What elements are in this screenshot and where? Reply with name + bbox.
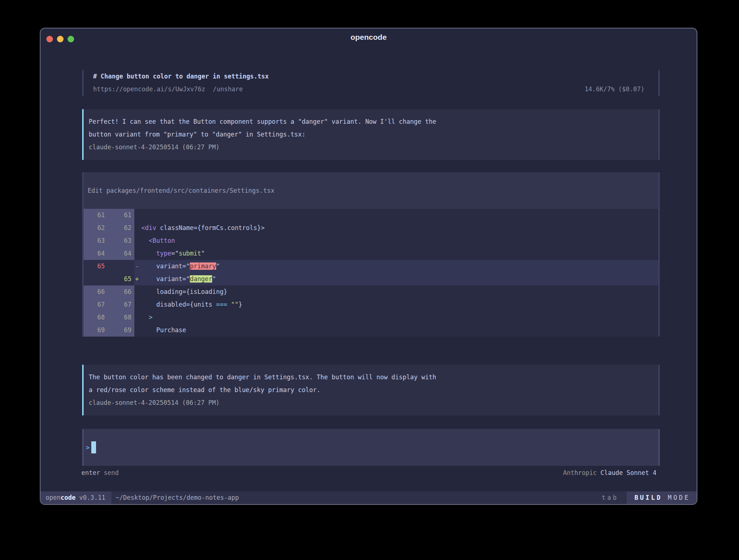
code-line: variant="primary" [141,260,220,273]
diff-row: 6767 disabled={units === ""} [82,298,660,311]
opencode-window: opencode # Change button color to danger… [40,28,697,505]
diff-row-removed: 65 - variant="primary" [82,260,660,273]
title-bar[interactable]: opencode [41,28,697,51]
token-usage-stats: 14.6K/7% ($0.07) [585,83,644,96]
edit-left-border [82,172,84,337]
new-line-number: 67 [105,298,133,311]
diff-row: 6464 type="submit" [82,247,660,260]
old-line-number: 69 [82,324,105,337]
input-left-border [82,429,84,466]
new-line-number: 65 [105,273,133,285]
edit-file-header: Edit packages/frontend/src/containers/Se… [82,172,660,209]
removed-sign: - [135,260,141,273]
mode-segment: BUILD MODE [627,491,697,504]
added-sign: + [135,273,141,285]
message-text-line: Perfect! I can see that the Button compo… [89,115,644,128]
code-line: > [141,311,153,324]
message-text-line: button variant from "primary" to "danger… [89,128,644,141]
new-line-number: 68 [105,311,133,324]
new-line-number: 63 [105,234,133,247]
input-right-border [658,429,660,466]
message-accent-border [82,365,84,415]
removed-value-highlight: primary [190,262,216,270]
code-line: loading={isLoading} [141,285,227,298]
header-right-border [658,70,660,96]
enter-key-hint: enter [81,469,100,476]
code-line: <div className={formCs.controls}> [141,222,265,234]
model-timestamp: claude-sonnet-4-20250514 (06:27 PM) [89,396,644,409]
new-line-number: 69 [105,324,133,337]
new-line-number [105,260,133,273]
version-label: v0.3.11 [79,494,106,501]
old-line-number: 67 [82,298,105,311]
old-line-number: 61 [82,209,105,222]
working-directory: ~/Desktop/Projects/demo-notes-app [116,491,239,504]
diff-row-added: 65 + variant="danger" [82,273,660,285]
new-line-number: 66 [105,285,133,298]
code-line: type="submit" [141,247,205,260]
model-timestamp: claude-sonnet-4-20250514 (06:27 PM) [89,141,644,154]
diff-row: 6161 [82,209,660,222]
edit-file-path: Edit packages/frontend/src/containers/Se… [88,187,275,194]
send-hint: entersend [81,467,119,479]
diff-row: 6262 <div className={formCs.controls}> [82,222,660,234]
new-line-number: 64 [105,247,133,260]
assistant-message: Perfect! I can see that the Button compo… [82,109,660,160]
old-line-number: 63 [82,234,105,247]
code-line: <Button [141,234,175,247]
old-line-number: 62 [82,222,105,234]
app-version-segment: opencodev0.3.11 [41,491,111,504]
tab-key-hint: tab [602,491,619,504]
text-cursor [91,441,96,453]
code-line: variant="danger" [141,273,216,285]
window-title: opencode [41,33,697,42]
header-left-border [82,70,84,96]
prompt-symbol: > [86,444,89,451]
model-indicator: AnthropicClaude Sonnet 4 [563,467,656,479]
old-line-number: 66 [82,285,105,298]
message-accent-border [82,109,84,160]
old-line-number [82,273,105,285]
prompt-input[interactable]: > [82,429,660,466]
assistant-message: The button color has been changed to dan… [82,365,660,415]
code-line: disabled={units === ""} [141,298,242,311]
message-right-border [658,365,660,415]
provider-name: Anthropic [563,469,597,476]
diff-row: 6363 <Button [82,234,660,247]
new-line-number: 62 [105,222,133,234]
old-line-number: 68 [82,311,105,324]
share-header: # Change button color to danger in setti… [82,70,660,96]
old-line-number: 65 [82,260,105,273]
edit-diff-block: Edit packages/frontend/src/containers/Se… [82,172,660,337]
diff-row: 6666 loading={isLoading} [82,285,660,298]
added-value-highlight: danger [190,275,212,283]
hints-row: entersend AnthropicClaude Sonnet 4 [81,467,656,479]
unshare-command[interactable]: /unshare [213,83,243,96]
old-line-number: 64 [82,247,105,260]
diff-row: 6868 > [82,311,660,324]
message-text-line: The button color has been changed to dan… [89,371,644,384]
send-label: send [104,469,119,476]
code-line: Purchase [141,324,186,337]
message-right-border [658,109,660,160]
edit-right-border [658,172,660,337]
status-bar: opencodev0.3.11 ~/Desktop/Projects/demo-… [41,491,697,504]
model-name: Claude Sonnet 4 [600,469,656,476]
share-url[interactable]: https://opencode.ai/s/UwJxv76z [93,83,205,96]
new-line-number: 61 [105,209,133,222]
session-title: # Change button color to danger in setti… [93,70,269,83]
diff-row: 6969 Purchase [82,324,660,337]
message-text-line: a red/rose color scheme instead of the b… [89,384,644,396]
